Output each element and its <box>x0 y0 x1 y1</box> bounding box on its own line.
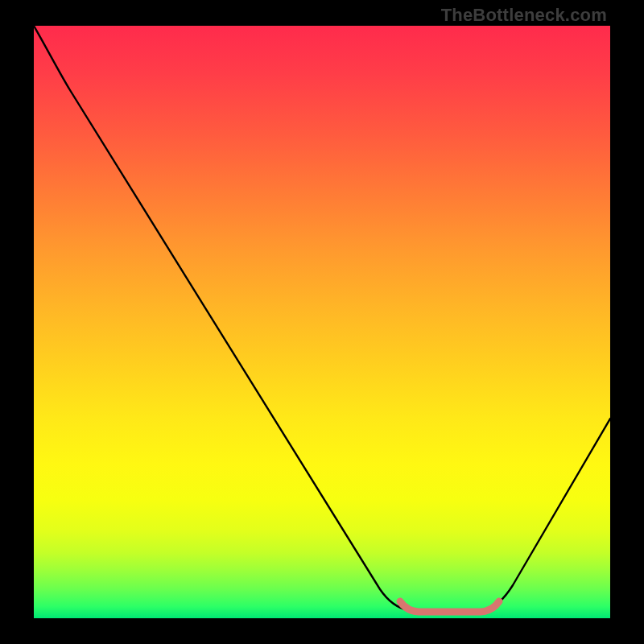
curve-svg <box>34 26 610 618</box>
bottleneck-curve <box>34 26 610 610</box>
chart-frame: TheBottleneck.com <box>0 0 644 644</box>
plot-area <box>34 26 610 618</box>
bottleneck-highlight <box>400 601 499 612</box>
watermark-text: TheBottleneck.com <box>441 5 607 26</box>
